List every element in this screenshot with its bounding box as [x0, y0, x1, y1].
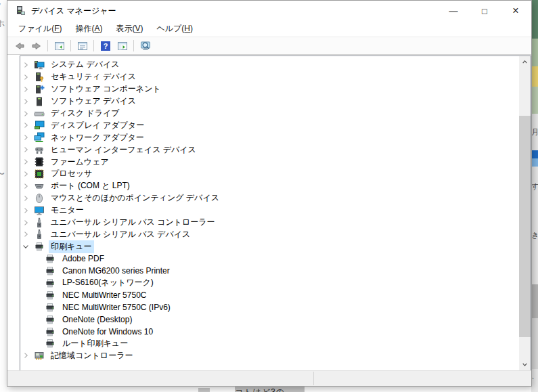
menu-item-1[interactable]: 操作(A)	[68, 21, 109, 37]
tree-item[interactable]: ネットワーク アダプター	[20, 131, 519, 144]
storage-icon	[34, 350, 45, 361]
scrollbar-thumb[interactable]	[519, 116, 531, 337]
monitor-icon	[34, 205, 45, 216]
chevron-right-icon[interactable]	[22, 61, 30, 69]
menu-item-0[interactable]: ファイル(F)	[12, 21, 68, 37]
menu-item-2[interactable]: 表示(V)	[109, 21, 150, 37]
toolbar-separator	[70, 40, 71, 51]
printer-icon	[45, 302, 55, 313]
action-pane-button[interactable]	[114, 39, 131, 53]
tree-item[interactable]: ルート印刷キュー	[20, 337, 519, 349]
tree-item[interactable]: プロセッサ	[20, 168, 519, 180]
tree-item-label: セキュリティ デバイス	[49, 70, 138, 83]
tree-item[interactable]: ディスプレイ アダプター	[20, 119, 519, 131]
maximize-button[interactable]: □	[469, 1, 500, 21]
tree-item-label: Canon MG6200 series Printer	[60, 265, 172, 276]
window-title: デバイス マネージャー	[31, 5, 116, 17]
tree-item-label: モニター	[49, 204, 86, 217]
tree-item[interactable]: ヒューマン インターフェイス デバイス	[20, 144, 519, 156]
chevron-right-icon[interactable]	[22, 73, 30, 81]
tree-item[interactable]: ソフトウェア コンポーネント	[20, 83, 519, 95]
titlebar[interactable]: デバイス マネージャー — □ ×	[7, 1, 531, 21]
chevron-right-icon[interactable]	[22, 121, 30, 129]
tree-item[interactable]: NEC MultiWriter 5750C	[20, 289, 519, 301]
chevron-right-icon[interactable]	[22, 158, 30, 166]
scan-hardware-changes-button[interactable]	[137, 39, 154, 53]
chevron-right-icon[interactable]	[22, 182, 30, 190]
chevron-right-icon[interactable]	[22, 133, 30, 141]
background-color-block	[531, 66, 538, 87]
chevron-right-icon[interactable]	[22, 194, 30, 202]
tree-item[interactable]: LP-S6160(ネットワーク)	[20, 277, 519, 289]
chevron-down-icon[interactable]	[22, 242, 30, 251]
chevron-right-icon[interactable]	[22, 230, 30, 238]
device-manager-window: デバイス マネージャー — □ × ファイル(F)操作(A)表示(V)ヘルプ(H…	[7, 0, 532, 387]
close-icon: ×	[512, 5, 518, 17]
chevron-right-icon[interactable]	[22, 110, 30, 118]
tree-item[interactable]: 印刷キュー	[20, 240, 519, 253]
tree-item[interactable]: システム デバイス	[20, 59, 519, 71]
tree-item[interactable]: ユニバーサル シリアル バス コントローラー	[20, 217, 519, 229]
properties-button[interactable]	[74, 39, 91, 53]
toolbar: ?	[7, 37, 531, 55]
background-window-bottom-text-fragment: コトはど3の	[235, 387, 305, 392]
chevron-right-icon[interactable]	[22, 97, 30, 106]
back-button[interactable]	[11, 39, 28, 53]
tree-item[interactable]: ポート (COM と LPT)	[20, 180, 519, 192]
menu-item-3[interactable]: ヘルプ(H)	[150, 21, 200, 37]
scroll-down-button[interactable]	[519, 359, 531, 370]
tree-item-label: OneNote for Windows 10	[60, 326, 155, 337]
action-pane-icon	[117, 41, 128, 51]
device-manager-icon	[15, 5, 26, 16]
background-color-block	[531, 87, 538, 114]
tree-item[interactable]: OneNote (Desktop)	[20, 313, 519, 326]
printer-icon	[45, 278, 55, 288]
tree-item-label: 記憶域コントローラー	[49, 349, 135, 362]
help-button[interactable]: ?	[97, 39, 114, 53]
show-console-tree-icon	[54, 41, 65, 51]
tree-item[interactable]: モニター	[20, 204, 519, 217]
tree-item[interactable]: OneNote for Windows 10	[20, 326, 519, 338]
background-window-left-sliver: 7ホ(ξ〜	[0, 0, 7, 392]
device-tree: システム デバイスセキュリティ デバイスソフトウェア コンポーネントソフトウェア…	[20, 56, 519, 370]
tree-item-label: NEC MultiWriter 5750C (IPv6)	[60, 302, 173, 313]
close-button[interactable]: ×	[500, 1, 531, 21]
chevron-right-icon[interactable]	[22, 85, 30, 93]
tree-item-label: NEC MultiWriter 5750C	[60, 290, 148, 301]
tree-item-label: ユニバーサル シリアル バス デバイス	[49, 228, 192, 241]
chevron-right-icon[interactable]	[22, 146, 30, 154]
background-color-block	[531, 114, 538, 284]
background-color-block	[531, 284, 538, 318]
usb-icon	[34, 217, 45, 228]
tree-item[interactable]: セキュリティ デバイス	[20, 71, 519, 83]
scroll-up-button[interactable]	[519, 56, 531, 68]
tree-item-label: システム デバイス	[49, 58, 122, 71]
printer-icon	[45, 326, 55, 337]
chevron-right-icon[interactable]	[22, 170, 30, 178]
minimize-button[interactable]: —	[438, 1, 469, 21]
tree-item[interactable]: ファームウェア	[20, 156, 519, 168]
forward-button[interactable]	[28, 39, 45, 53]
background-window-bottom-fragment	[198, 388, 210, 392]
menu-bar: ファイル(F)操作(A)表示(V)ヘルプ(H)	[7, 21, 531, 37]
printer-icon	[34, 241, 45, 252]
tree-item[interactable]: 記憶域コントローラー	[20, 349, 519, 362]
chevron-right-icon[interactable]	[22, 219, 30, 227]
tree-item[interactable]: ユニバーサル シリアル バス デバイス	[20, 228, 519, 240]
tree-item[interactable]: マウスとそのほかのポインティング デバイス	[20, 192, 519, 204]
bottom-fragment-text: コトはど3の	[235, 387, 285, 392]
tree-item[interactable]: NEC MultiWriter 5750C (IPv6)	[20, 301, 519, 313]
tree-item-label: Adobe PDF	[60, 253, 106, 264]
tree-item[interactable]: Adobe PDF	[20, 253, 519, 265]
background-color-block	[531, 0, 538, 39]
tree-item[interactable]: ソフトウェア デバイス	[20, 95, 519, 108]
background-color-block	[531, 158, 538, 167]
chevron-right-icon[interactable]	[22, 206, 30, 215]
scan-hardware-changes-icon	[140, 41, 151, 51]
tree-item[interactable]: ディスク ドライブ	[20, 108, 519, 120]
chevron-right-icon[interactable]	[22, 351, 30, 360]
show-console-tree-button[interactable]	[51, 39, 68, 53]
software-device-icon	[34, 96, 45, 107]
vertical-scrollbar[interactable]	[519, 56, 531, 370]
tree-item[interactable]: Canon MG6200 series Printer	[20, 265, 519, 277]
